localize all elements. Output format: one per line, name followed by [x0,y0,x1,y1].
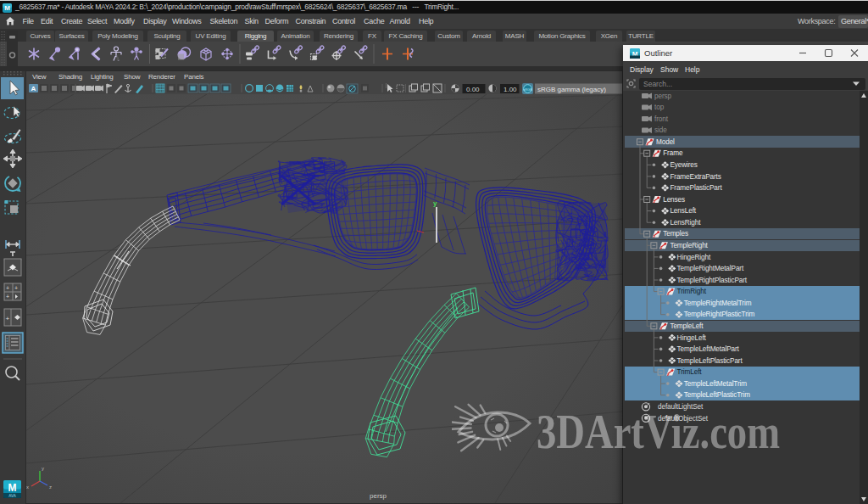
svg-text:+: + [6,285,9,291]
svg-text:A: A [31,85,36,92]
svg-text:sRGB: sRGB [523,87,532,92]
svg-text:M: M [4,4,10,12]
svg-text:z: z [49,484,52,490]
svg-text:+: + [6,294,9,300]
svg-text:M: M [8,482,17,494]
svg-text:AVA: AVA [8,494,15,498]
svg-text:0.00: 0.00 [466,86,480,93]
svg-text:1.00: 1.00 [504,86,517,93]
svg-text:+: + [14,285,18,291]
svg-text:+: + [6,315,10,322]
svg-text:y: y [42,466,44,471]
svg-text:x: x [26,484,29,490]
svg-text:sRGB gamma (legacy): sRGB gamma (legacy) [537,86,606,93]
svg-text:y: y [433,199,437,207]
